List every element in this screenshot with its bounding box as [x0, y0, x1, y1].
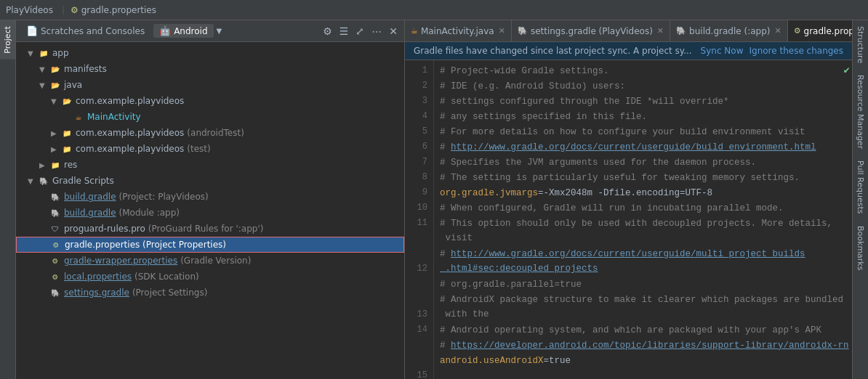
right-panel: ☕ MainActivity.java ✕ 🐘 settings.gradle …: [405, 20, 852, 379]
java-tab-icon: ☕: [411, 26, 418, 36]
gradle-icon-project: 🐘: [49, 191, 61, 203]
file-tree: 📁 app 📂 manifests 📂 java 📂 com.example.p…: [16, 42, 404, 379]
line-numbers: 1 2 3 4 5 6 7 8 9 10 11 12 13 14 15 16 1…: [405, 60, 434, 379]
code-line-1: # Project-wide Gradle settings.: [440, 63, 846, 78]
notification-text: Gradle files have changed since last pro…: [414, 46, 695, 56]
code-line-11: # This option should only be used with d…: [440, 216, 846, 246]
tree-item-androidtest[interactable]: 📁 com.example.playvideos (androidTest): [16, 125, 404, 141]
close-build-gradle-tab[interactable]: ✕: [774, 26, 781, 36]
panel-dropdown-arrow[interactable]: ▼: [217, 27, 222, 35]
code-line-17: android.useAndroidX=true: [440, 353, 846, 368]
folder-icon-java: 📂: [49, 79, 61, 91]
code-line-15: # Android operating system, and which ar…: [440, 322, 846, 338]
code-line-13: # org.gradle.parallel=true: [440, 277, 846, 292]
sidebar-tab-bookmarks[interactable]: Bookmarks: [853, 220, 868, 276]
code-line-2: # IDE (e.g. Android Studio) users:: [440, 78, 846, 94]
tree-item-mainactivity[interactable]: ☕ MainActivity: [16, 109, 404, 125]
settings-icon[interactable]: ⚙: [321, 24, 334, 38]
expand-icon[interactable]: ⤢: [353, 24, 366, 38]
link-12[interactable]: http://www.gradle.org/docs/current/userg…: [451, 249, 805, 259]
editor-tab-settings-gradle[interactable]: 🐘 settings.gradle (PlayVideos) ✕: [512, 20, 670, 41]
folder-icon-androidtest: 📁: [61, 127, 73, 139]
arrow-test: [51, 145, 60, 153]
collapse-icon[interactable]: ☰: [337, 24, 351, 38]
folder-icon-package: 📂: [61, 95, 73, 107]
code-line-3: # settings configured through the IDE *w…: [440, 94, 846, 109]
code-line-6: # http://www.gradle.org/docs/current/use…: [440, 139, 846, 155]
title-bar: PlayVideos | ⚙ gradle.properties: [0, 0, 868, 20]
notification-bar: Gradle files have changed since last pro…: [405, 42, 852, 60]
arrow-androidtest: [51, 129, 60, 137]
arrow-app: [28, 49, 36, 57]
link-12b[interactable]: .html#sec:decoupled_projects: [440, 261, 598, 276]
tree-item-settings-gradle[interactable]: 🐘 settings.gradle (Project Settings): [16, 285, 404, 301]
tree-item-gradle-scripts[interactable]: 🐘 Gradle Scripts: [16, 173, 404, 189]
proguard-icon: 🛡: [49, 223, 61, 235]
code-line-9: org.gradle.jvmargs=-Xmx2048m -Dfile.enco…: [440, 185, 846, 200]
gradle-scripts-icon: 🐘: [38, 175, 49, 187]
sidebar-tab-structure[interactable]: Structure: [853, 20, 868, 69]
sidebar-tab-resource-manager[interactable]: Resource Manager: [853, 69, 868, 155]
build-gradle-tab-icon: 🐘: [676, 26, 686, 36]
code-line-12: # http://www.gradle.org/docs/current/use…: [440, 246, 846, 277]
tree-item-gradle-wrapper[interactable]: ⚙ gradle-wrapper.properties (Gradle Vers…: [16, 253, 404, 269]
tree-item-res[interactable]: 📁 res: [16, 157, 404, 173]
tree-item-build-gradle-module[interactable]: 🐘 build.gradle (Module :app): [16, 205, 404, 221]
arrow-res: [39, 161, 48, 169]
java-icon-mainactivity: ☕: [73, 111, 84, 123]
code-line-4: # any settings specified in this file.: [440, 109, 846, 124]
arrow-gradle-scripts: [28, 177, 36, 185]
gradle-properties-tab-icon: ⚙: [794, 26, 801, 36]
tree-item-local-properties[interactable]: ⚙ local.properties (SDK Location): [16, 269, 404, 285]
sidebar-tab-project[interactable]: Project: [0, 20, 15, 60]
left-side-tabs: Project: [0, 20, 16, 379]
folder-icon-res: 📁: [49, 159, 61, 171]
tree-item-gradle-properties[interactable]: ⚙ gradle.properties (Project Properties): [16, 237, 404, 253]
link-6[interactable]: http://www.gradle.org/docs/current/userg…: [451, 140, 816, 155]
android-icon: 🤖: [159, 25, 171, 36]
folder-icon-test: 📁: [61, 143, 73, 155]
tree-item-manifests[interactable]: 📂 manifests: [16, 61, 404, 77]
editor-tab-gradle-properties[interactable]: ⚙ gradle.properties ✕: [788, 20, 852, 41]
gradle-icon-module: 🐘: [49, 207, 61, 219]
editor-tabs: ☕ MainActivity.java ✕ 🐘 settings.gradle …: [405, 20, 852, 42]
tab-scratches[interactable]: 📄 Scratches and Consoles: [20, 24, 150, 38]
tree-item-test[interactable]: 📁 com.example.playvideos (test): [16, 141, 404, 157]
code-line-16: # https://developer.android.com/topic/li…: [440, 338, 846, 353]
folder-icon-app: 📁: [38, 47, 49, 59]
arrow-java: [39, 81, 48, 89]
right-side-tabs: Structure Resource Manager Pull Requests…: [852, 20, 868, 379]
link-16[interactable]: https://developer.android.com/topic/libr…: [451, 338, 849, 353]
gradle-icon-settings: 🐘: [49, 287, 61, 298]
tree-item-java[interactable]: 📂 java: [16, 77, 404, 93]
editor-tab-build-gradle[interactable]: 🐘 build.gradle (:app) ✕: [670, 20, 788, 41]
tab-android[interactable]: 🤖 Android: [153, 24, 213, 38]
tree-item-app[interactable]: 📁 app: [16, 45, 404, 61]
code-content: # Project-wide Gradle settings. # IDE (e…: [434, 60, 852, 379]
settings-gradle-tab-icon: 🐘: [518, 26, 528, 36]
tree-item-build-gradle-project[interactable]: 🐘 build.gradle (Project: PlayVideos): [16, 189, 404, 205]
sync-now-link[interactable]: Sync Now: [701, 46, 744, 56]
close-mainactivity-tab[interactable]: ✕: [499, 26, 505, 36]
local-properties-icon: ⚙: [49, 271, 61, 282]
project-panel: 📄 Scratches and Consoles 🤖 Android ▼ ⚙ ☰…: [16, 20, 405, 379]
app-name: PlayVideos: [6, 5, 53, 15]
tree-item-proguard[interactable]: 🛡 proguard-rules.pro (ProGuard Rules for…: [16, 221, 404, 237]
arrow-manifests: [39, 65, 48, 73]
code-line-7: # Specifies the JVM arguments used for t…: [440, 155, 846, 170]
sidebar-tab-pull-requests[interactable]: Pull Requests: [853, 155, 868, 219]
code-line-14: # AndroidX package structure to make it …: [440, 292, 846, 322]
close-panel-icon[interactable]: ✕: [387, 24, 400, 38]
tree-item-package[interactable]: 📂 com.example.playvideos: [16, 93, 404, 109]
ignore-changes-link[interactable]: Ignore these changes: [749, 46, 843, 56]
arrow-package: [51, 97, 60, 105]
properties-icon-selected: ⚙: [50, 239, 62, 250]
close-settings-gradle-tab[interactable]: ✕: [657, 26, 664, 36]
scratches-icon: 📄: [26, 25, 38, 36]
editor-tab-mainactivity[interactable]: ☕ MainActivity.java ✕: [405, 20, 512, 41]
code-line-8: # The setting is particularly useful for…: [440, 170, 846, 185]
more-icon[interactable]: ⋯: [369, 24, 384, 38]
code-line-5: # For more details on how to configure y…: [440, 124, 846, 139]
main-layout: Project 📄 Scratches and Consoles 🤖 Andro…: [0, 20, 868, 379]
properties-icon: ⚙: [71, 5, 79, 15]
